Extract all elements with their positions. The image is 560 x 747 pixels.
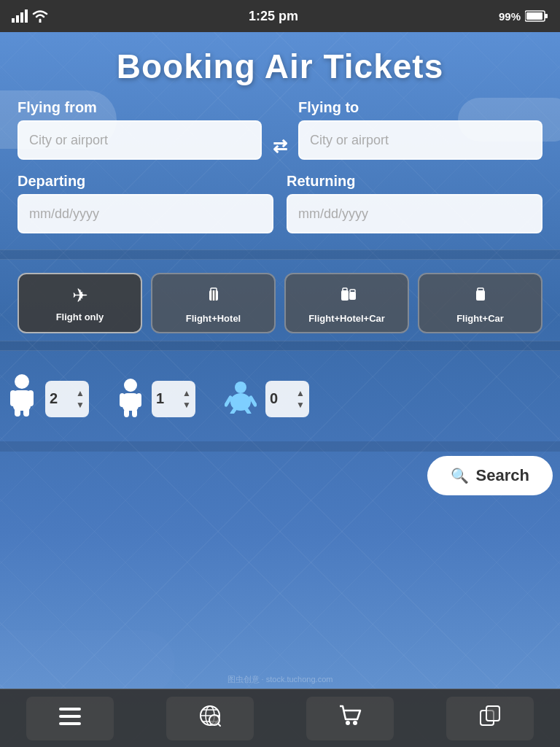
nav-cart[interactable] <box>306 697 394 740</box>
flight-only-label: Flight only <box>56 311 104 323</box>
flight-hotel-label: Flight+Hotel <box>186 313 241 325</box>
svg-point-29 <box>235 382 246 393</box>
signal-icon <box>12 9 28 23</box>
btn-flight-hotel[interactable]: Flight+Hotel <box>151 273 276 333</box>
svg-rect-21 <box>15 408 20 417</box>
svg-rect-16 <box>478 288 483 291</box>
children-stepper[interactable]: 1 ▲ ▼ <box>152 381 195 417</box>
swap-icon[interactable]: ⇄ <box>273 136 287 157</box>
svg-rect-19 <box>10 390 16 406</box>
returning-label: Returning <box>287 173 542 190</box>
infants-up-arrow[interactable]: ▲ <box>296 388 305 398</box>
adult-icon <box>7 373 36 425</box>
departing-label: Departing <box>18 173 273 190</box>
svg-rect-3 <box>25 9 28 23</box>
svg-rect-0 <box>12 18 15 23</box>
bottom-nav <box>0 689 560 747</box>
svg-rect-36 <box>59 715 81 718</box>
svg-rect-26 <box>136 393 141 407</box>
infants-stepper[interactable]: 0 ▲ ▼ <box>265 381 309 417</box>
flight-car-label: Flight+Car <box>456 313 504 325</box>
adults-arrows: ▲ ▼ <box>76 388 85 410</box>
watermark: 图虫创意 · stock.tuchong.com <box>0 674 560 685</box>
svg-point-45 <box>346 721 350 725</box>
nav-copy[interactable] <box>446 697 534 740</box>
svg-rect-6 <box>526 12 542 20</box>
adults-stepper[interactable]: 2 ▲ ▼ <box>45 381 89 417</box>
flight-hotel-car-icon <box>337 283 357 309</box>
svg-rect-20 <box>28 390 34 406</box>
flying-to-label: Flying to <box>298 99 542 116</box>
nav-menu[interactable] <box>26 697 114 740</box>
svg-rect-35 <box>59 708 81 711</box>
infants-group: 0 ▲ ▼ <box>225 381 309 417</box>
adults-group: 2 ▲ ▼ <box>7 373 89 425</box>
svg-line-31 <box>226 398 230 405</box>
search-icon: 🔍 <box>451 467 469 484</box>
svg-rect-25 <box>120 393 125 407</box>
returning-input[interactable] <box>287 194 542 233</box>
children-value: 1 <box>156 390 164 407</box>
search-button[interactable]: 🔍 Search <box>427 456 553 495</box>
svg-rect-8 <box>211 288 217 291</box>
btn-flight-car[interactable]: Flight+Car <box>418 273 542 333</box>
status-time: 1:25 pm <box>249 9 298 24</box>
cart-icon <box>338 705 362 732</box>
children-down-arrow[interactable]: ▼ <box>182 400 191 410</box>
status-signal <box>12 9 48 23</box>
infants-arrows: ▲ ▼ <box>296 388 305 410</box>
app-title-section: Booking Air Tickets <box>0 32 560 99</box>
status-battery-area: 99% <box>499 9 548 23</box>
children-group: 1 ▲ ▼ <box>118 378 195 420</box>
flight-only-icon: ✈ <box>72 285 88 307</box>
travel-type-row: ✈ Flight only Flight+Hotel <box>18 273 542 333</box>
battery-percent: 99% <box>499 10 521 23</box>
svg-rect-11 <box>341 290 349 301</box>
svg-rect-5 <box>545 14 548 18</box>
svg-rect-27 <box>124 409 129 417</box>
swap-icon-container: ⇄ <box>262 136 298 160</box>
adults-down-arrow[interactable]: ▼ <box>76 400 85 410</box>
svg-rect-7 <box>209 290 218 301</box>
flight-hotel-icon <box>203 283 224 309</box>
svg-line-44 <box>218 724 220 726</box>
adults-up-arrow[interactable]: ▲ <box>76 388 85 398</box>
children-up-arrow[interactable]: ▲ <box>182 388 191 398</box>
returning-group: Returning <box>287 173 542 233</box>
flying-to-input[interactable] <box>298 120 542 160</box>
btn-flight-only[interactable]: ✈ Flight only <box>18 273 142 333</box>
svg-line-34 <box>246 409 249 414</box>
svg-rect-12 <box>343 288 347 291</box>
copy-icon <box>479 705 501 732</box>
status-bar: 1:25 pm 99% <box>0 0 560 32</box>
app-container: Booking Air Tickets Flying from ⇄ Flying… <box>0 32 560 747</box>
flying-from-group: Flying from <box>18 99 262 160</box>
departing-input[interactable] <box>18 194 273 233</box>
svg-line-32 <box>251 398 255 405</box>
search-row: 🔍 Search <box>0 456 560 503</box>
infant-icon <box>225 382 257 417</box>
search-label: Search <box>476 466 529 485</box>
flying-from-input[interactable] <box>18 120 262 160</box>
flight-car-icon <box>470 283 491 309</box>
date-row: Departing Returning <box>18 173 542 233</box>
separator-band-2 <box>0 341 560 351</box>
departing-group: Departing <box>18 173 273 233</box>
child-icon <box>118 378 143 420</box>
flying-from-label: Flying from <box>18 99 262 116</box>
svg-rect-22 <box>23 408 29 417</box>
globe-icon <box>198 704 222 732</box>
separator-band-3 <box>0 441 560 452</box>
svg-rect-14 <box>350 290 355 293</box>
children-arrows: ▲ ▼ <box>182 388 191 410</box>
passengers-section: 2 ▲ ▼ 1 <box>0 358 560 437</box>
svg-point-23 <box>124 379 137 392</box>
infants-down-arrow[interactable]: ▼ <box>296 400 305 410</box>
form-section: Flying from ⇄ Flying to Departing Return… <box>0 99 560 333</box>
svg-rect-24 <box>122 393 139 411</box>
btn-flight-hotel-car[interactable]: Flight+Hotel+Car <box>284 273 409 333</box>
separator-band <box>0 249 560 260</box>
battery-icon <box>525 9 548 23</box>
nav-globe[interactable] <box>166 697 254 740</box>
svg-rect-28 <box>132 409 137 417</box>
